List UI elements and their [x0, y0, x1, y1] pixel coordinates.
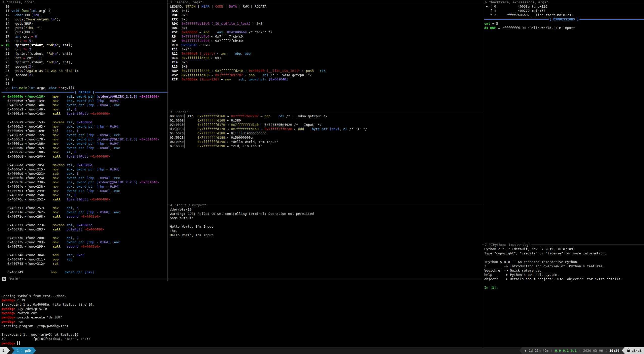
- text-segment: ,: [110, 146, 114, 150]
- text-segment: "%d: [47, 60, 53, 64]
- pane-disasm-code[interactable]: 1 "disasm, code" 10 11 void func(int arg…: [0, 0, 168, 277]
- text-segment: [rbp -: [86, 103, 100, 107]
- pane-stack[interactable]: 3 "stack" 00:0000│ rsp 0x7fffffffd160 → …: [168, 110, 482, 203]
- text-segment: =: [23, 56, 25, 60]
- ipython-lines: Python 2.7.17 (default, Nov 7 2019, 10:0…: [482, 247, 644, 290]
- text-segment: 0x4006bc <func+172>: [2, 133, 53, 137]
- terminal-line: [484, 281, 644, 285]
- text-segment: dword ptr: [76, 185, 96, 188]
- text-segment: 0x400711 <func+257>: [2, 206, 53, 210]
- text-segment: byte ptr: [312, 127, 330, 131]
- tmux-pwndbg-screen: { "colors":{"accent_blue":"#2a6fd6","sta…: [0, 0, 644, 354]
- pane-input-output[interactable]: 4 "Input / Output" /dev/pts/10warning: G…: [168, 203, 482, 277]
- text-segment: |: [249, 5, 254, 8]
- window-tab-gdb[interactable]: 1⟩gdb: [14, 347, 33, 354]
- text-segment: 0x4006fe <func+238>: [2, 185, 53, 188]
- text-segment: ←: [259, 123, 264, 127]
- text-segment: ,: [110, 189, 114, 193]
- text-segment: ;: [31, 47, 33, 51]
- border-dash: [168, 205, 170, 205]
- text-segment: main: [19, 86, 27, 90]
- text-segment: eax: [114, 240, 120, 244]
- terminal-line: 0x40072b <func+283> call puts@plt <0x400…: [2, 227, 168, 231]
- terminal-line: 21 fprintf(stdout, "%d\n", cnt);: [2, 51, 168, 56]
- text-segment: RWX: [243, 5, 249, 8]
- terminal-line: Breakpoint 1, func (arg=5) at test.c:19: [2, 332, 482, 337]
- text-segment: 0x7ffff7b97787: [231, 114, 259, 118]
- pane-legend-regs[interactable]: 2 "legend, regs" LEGEND: STACK | HEAP | …: [168, 0, 482, 110]
- terminal-line: [2, 116, 168, 120]
- text-segment: 0xac: [100, 189, 108, 193]
- text-segment: ←: [259, 114, 264, 118]
- text-segment: mov: [53, 210, 59, 214]
- text-segment: mov: [53, 125, 59, 128]
- text-segment: ,: [73, 163, 77, 167]
- terminal-line: 0x40069c <func+140> mov dword ptr [rbp -…: [2, 103, 168, 107]
- text-segment: call: [53, 245, 61, 248]
- terminal-line: 27 }: [2, 77, 168, 81]
- terminal-line: /dev/pts/10: [170, 207, 482, 212]
- text-segment: ,: [73, 99, 77, 103]
- text-segment: edx: [67, 142, 72, 145]
- text-segment: [rax]: [330, 127, 339, 131]
- text-segment: [209, 30, 217, 34]
- text-segment: BUF[: [23, 13, 33, 17]
- terminal-line: [2, 231, 168, 236]
- text-segment: rsi: [67, 163, 72, 167]
- pane-divider-vertical-right[interactable]: [482, 0, 482, 347]
- text-segment: [rbp -: [86, 133, 100, 137]
- text-segment: 0x7fffffffd168: [198, 119, 225, 122]
- text-segment: ]: [118, 142, 120, 145]
- text-segment: movabs: [53, 223, 65, 227]
- status-time: 10:24: [609, 349, 619, 352]
- text-segment: 0x4006c2 <func+178>: [2, 137, 53, 141]
- text-segment: <0x400490>: [90, 197, 110, 201]
- text-segment: RSP: [170, 73, 182, 77]
- terminal-line: 0x4006a9 <func+153> movabs rsi, 0x40080d: [2, 120, 168, 124]
- terminal-line: 03:0018│ 0x7fffffffd178 → 0x7fffffffd1b0…: [170, 127, 482, 131]
- text-segment: pwndbg>: [2, 307, 17, 311]
- pane-ipython[interactable]: 7 "IPython: tmp/pwndbg" Python 2.7.17 (d…: [482, 243, 644, 347]
- text-segment: dword ptr: [67, 176, 86, 180]
- terminal-line: 0x400704 <func+244> mov dword ptr [rbp -…: [2, 189, 168, 193]
- text-segment: 0x7475706e4920 /* ' Input' */: [265, 123, 322, 127]
- text-segment: [59, 253, 67, 257]
- text-segment: 0x1: [215, 56, 221, 60]
- text-segment: ]:: [494, 286, 498, 289]
- text-segment: RODATA: [255, 5, 267, 8]
- status-right: ↑1d 23h 49m⟨0.0 0.1 0.1⟨2020-03-06⟨10:24…: [519, 347, 644, 354]
- gdb-console-lines: Reading symbols from test...done.pwndbg>…: [0, 281, 482, 345]
- text-segment: arg) {: [37, 9, 51, 13]
- text-segment: [59, 107, 67, 111]
- pane-divider-vertical-left[interactable]: [168, 0, 168, 281]
- pane-backtrace-expressions[interactable]: 6 "backtrace, expressions, args" ► f 0 4…: [482, 0, 644, 243]
- text-segment: pwndbg>: [2, 341, 17, 345]
- text-segment: 12: [2, 13, 15, 17]
- text-segment: 0x400721 <func+273>: [2, 223, 53, 227]
- hostname-badge: at-at: [625, 347, 644, 354]
- pane-title: "Main": [6, 277, 21, 281]
- text-segment: ←: [251, 22, 256, 25]
- text-segment: ,: [71, 193, 75, 197]
- pane-main-gdb[interactable]: 5 "Main" Reading symbols from test...don…: [0, 277, 482, 347]
- text-segment: dword ptr: [76, 167, 96, 171]
- terminal-line: pwndbg> cwatch execute "ds BUF": [2, 315, 482, 319]
- text-segment: <0x400490>: [90, 112, 110, 115]
- terminal-line: 0x400747 <func+311> pop rbp: [2, 257, 168, 261]
- text-segment: 00:0000: [170, 114, 184, 118]
- text-segment: ←: [209, 39, 215, 43]
- terminal-line: 0x400721 <func+273> movabs rdi, 0x40083c: [2, 223, 168, 227]
- text-segment: [61, 227, 67, 231]
- pane-title: "stack": [172, 110, 189, 114]
- terminal-line: 14 gets(BUF);: [2, 21, 168, 26]
- text-segment: cnt: [484, 22, 490, 25]
- terminal-line: 0x40073b <func+299> call second <0x4005a…: [2, 244, 168, 249]
- text-segment: fprintf@plt: [67, 155, 88, 158]
- powerline-arrow-icon: [33, 347, 36, 354]
- text-segment: 3: [76, 206, 78, 210]
- pane-number-active: 5: [2, 277, 6, 281]
- session-badge[interactable]: 2: [0, 347, 7, 354]
- text-segment: │: [184, 119, 186, 122]
- terminal-line: 0x4006c2 <func+178> mov rdi, qword ptr […: [2, 137, 168, 141]
- text-segment: ,: [71, 107, 75, 111]
